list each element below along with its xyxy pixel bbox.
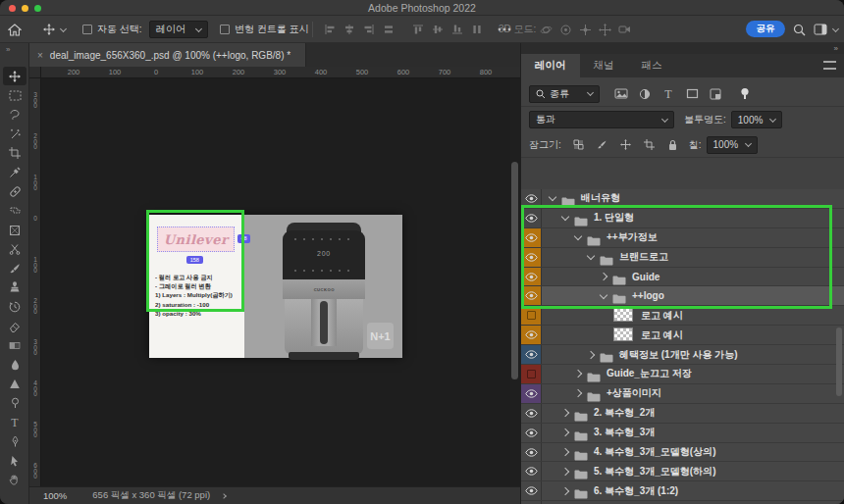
- layer-row-++logo[interactable]: ++logo: [521, 286, 844, 306]
- auto-select-target-dropdown[interactable]: 레이어: [149, 16, 208, 43]
- layers-scrollbar[interactable]: [836, 328, 842, 396]
- visibility-off-box[interactable]: [521, 306, 542, 325]
- expand-group-caret[interactable]: [587, 350, 595, 358]
- visibility-eye-icon[interactable]: [521, 404, 542, 423]
- layer-thumbnail[interactable]: [613, 328, 633, 341]
- home-button[interactable]: [8, 16, 22, 43]
- move-tool-preset[interactable]: [43, 16, 66, 43]
- collapse-toolbar-icon[interactable]: »: [6, 45, 9, 54]
- hand-tool[interactable]: [0, 470, 29, 489]
- visibility-eye-icon[interactable]: [521, 248, 542, 267]
- filter-toggle-pin[interactable]: [733, 84, 757, 104]
- scissors-tool[interactable]: [0, 239, 29, 259]
- filter-smart-objects-icon[interactable]: [704, 84, 727, 104]
- pen-tool[interactable]: [0, 431, 29, 451]
- layer-row-++부가정보[interactable]: ++부가정보: [521, 228, 844, 248]
- expand-group-caret[interactable]: [574, 389, 582, 397]
- 3d-roll-icon[interactable]: [555, 16, 575, 43]
- eyedropper-tool[interactable]: [0, 163, 29, 182]
- expand-group-caret[interactable]: [561, 487, 569, 495]
- layer-thumbnail[interactable]: [613, 308, 633, 322]
- layer-row-6. 복수형_3개 (1:2)[interactable]: 6. 복수형_3개 (1:2): [521, 481, 844, 501]
- eraser-tool[interactable]: [0, 317, 29, 336]
- visibility-eye-icon[interactable]: [521, 268, 542, 286]
- filter-type-layers-icon[interactable]: T: [657, 84, 680, 104]
- visibility-eye-icon[interactable]: [521, 228, 542, 247]
- collapse-group-caret[interactable]: [561, 213, 569, 221]
- layer-row-Guide_눈끄고 저장[interactable]: Guide_눈끄고 저장: [521, 365, 844, 384]
- layer-row-로고 예시[interactable]: 로고 예시: [521, 306, 844, 326]
- select-tool[interactable]: [0, 451, 29, 471]
- expand-group-caret[interactable]: [574, 370, 582, 378]
- filter-pixel-layers-icon[interactable]: [609, 84, 633, 104]
- history-tool[interactable]: [0, 297, 29, 317]
- auto-select-option[interactable]: 자동 선택:: [82, 16, 142, 43]
- collapse-group-caret[interactable]: [549, 193, 556, 201]
- lock-pixels-icon[interactable]: [591, 135, 614, 155]
- lasso-tool[interactable]: [0, 105, 29, 125]
- panel-tab-레이어[interactable]: 레이어: [521, 54, 580, 77]
- visibility-eye-icon[interactable]: [521, 189, 542, 208]
- align-right-icon[interactable]: [359, 16, 379, 43]
- visibility-eye-icon[interactable]: [521, 345, 542, 364]
- share-button[interactable]: 공유: [746, 21, 785, 37]
- panel-menu-icon[interactable]: [823, 61, 836, 70]
- expand-group-caret[interactable]: [561, 468, 569, 476]
- collapse-group-caret[interactable]: [587, 252, 595, 260]
- sharpen-tool[interactable]: [0, 375, 29, 394]
- frame-tool[interactable]: [0, 221, 29, 240]
- 3d-pan-icon[interactable]: [575, 16, 595, 43]
- blur-tool[interactable]: [0, 355, 29, 375]
- fill-field[interactable]: 100%: [707, 136, 758, 154]
- layer-row-4. 복수형_3개_모델형(상의)[interactable]: 4. 복수형_3개_모델형(상의): [521, 443, 844, 463]
- layer-row-5. 복수형_3개_모델형(하의)[interactable]: 5. 복수형_3개_모델형(하의): [521, 462, 844, 481]
- visibility-eye-icon[interactable]: [521, 481, 542, 500]
- lock-position-icon[interactable]: [614, 135, 638, 155]
- brand-logo-placeholder[interactable]: Unilever: [157, 227, 235, 252]
- move-tool[interactable]: [0, 67, 29, 86]
- workspace-switcher[interactable]: [814, 16, 838, 43]
- canvas-area[interactable]: 3002001000100200300400500600700800900 3 …: [29, 67, 520, 486]
- healing-tool[interactable]: [0, 182, 29, 202]
- layer-row-로고 예시[interactable]: 로고 예시: [521, 326, 844, 345]
- brush-tool[interactable]: [0, 259, 29, 278]
- layer-row-배너유형[interactable]: 배너유형: [521, 189, 844, 209]
- layer-row-브랜드로고[interactable]: 브랜드로고: [521, 248, 844, 268]
- lock-artboard-icon[interactable]: [638, 135, 661, 155]
- visibility-eye-icon[interactable]: [521, 286, 542, 305]
- 3d-orbit-icon[interactable]: [536, 16, 555, 43]
- patch-tool[interactable]: [0, 201, 29, 221]
- gradient-tool[interactable]: [0, 335, 29, 355]
- visibility-eye-icon[interactable]: [521, 443, 542, 462]
- collapse-group-caret[interactable]: [574, 232, 582, 240]
- align-bottom-icon[interactable]: [448, 16, 467, 43]
- clone-tool[interactable]: [0, 278, 29, 298]
- collapse-panels-icon[interactable]: »: [834, 44, 837, 53]
- expand-group-caret[interactable]: [561, 428, 569, 436]
- visibility-eye-icon[interactable]: [521, 462, 542, 480]
- document-tab[interactable]: × deal_image_656X360_.psd @ 100% (++logo…: [29, 43, 306, 67]
- opacity-field[interactable]: 100%: [731, 111, 782, 128]
- layer-row-3. 복수형_3개[interactable]: 3. 복수형_3개: [521, 424, 844, 443]
- layer-row-혜택정보 (1개만 사용 가능)[interactable]: 혜택정보 (1개만 사용 가능): [521, 345, 844, 365]
- panel-tab-채널[interactable]: 채널: [580, 54, 628, 77]
- filter-shape-layers-icon[interactable]: [680, 84, 704, 104]
- visibility-eye-icon[interactable]: [521, 384, 542, 403]
- collapse-group-caret[interactable]: [600, 291, 607, 299]
- type-tool[interactable]: T: [0, 413, 29, 432]
- expand-group-caret[interactable]: [600, 273, 607, 280]
- 3d-slide-icon[interactable]: [595, 16, 614, 43]
- align-center-horizontal-icon[interactable]: [340, 16, 359, 43]
- status-more-chevron-icon[interactable]: [221, 493, 227, 499]
- layer-row-+상품이미지[interactable]: +상품이미지: [521, 384, 844, 404]
- align-left-icon[interactable]: [320, 16, 340, 43]
- crop-tool[interactable]: [0, 143, 29, 163]
- document-canvas[interactable]: Unilever 48 158 - 컬러 로고 사용 금지 - 그레이로 컬러 …: [149, 215, 402, 358]
- layer-filter-dropdown[interactable]: 종류: [529, 85, 600, 103]
- expand-group-caret[interactable]: [561, 448, 569, 456]
- layer-row-1. 단일형[interactable]: 1. 단일형: [521, 209, 844, 228]
- expand-group-caret[interactable]: [561, 409, 569, 417]
- visibility-eye-icon[interactable]: [521, 209, 542, 227]
- layer-row-2. 복수형_2개[interactable]: 2. 복수형_2개: [521, 404, 844, 424]
- visibility-eye-icon[interactable]: [521, 326, 542, 344]
